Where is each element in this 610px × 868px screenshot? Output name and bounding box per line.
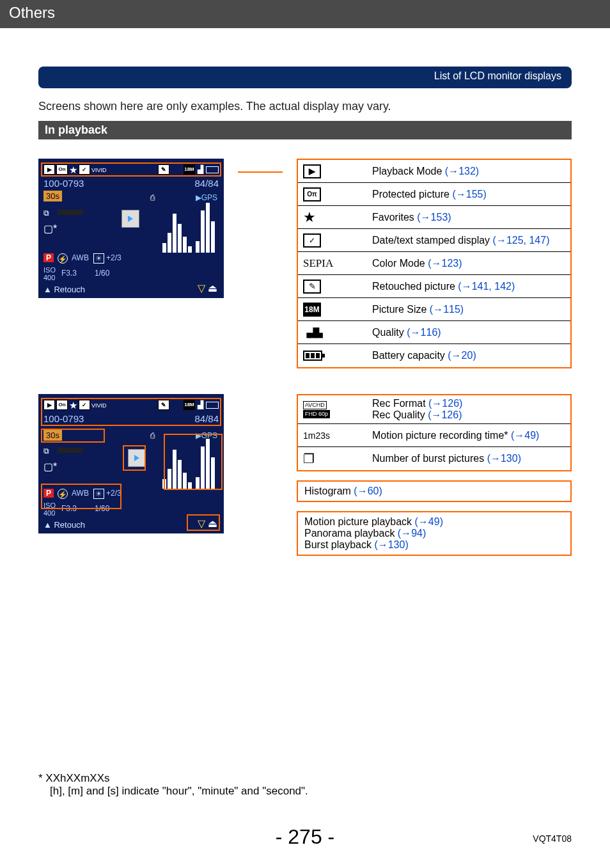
media-icon: ⧉	[43, 209, 49, 217]
star-icon: ★	[69, 164, 77, 176]
reference-table-1: ▶ Playback Mode (→132) Oπ Protected pict…	[297, 159, 572, 368]
awb-label: AWB	[72, 253, 89, 262]
sepia-label: SEPIA	[303, 257, 333, 270]
highlight-box	[164, 434, 223, 490]
row-label: Battery capacity	[372, 350, 448, 361]
top-icons-left: ▶ On ★ ✓ VIVID	[43, 164, 107, 176]
reference-table-2: AVCHD FHD 60p Rec Format (→126) Rec Qual…	[297, 394, 572, 471]
flash-icon: ⚡	[58, 253, 68, 264]
avchd-badge: AVCHD	[303, 401, 327, 409]
page-ref-link[interactable]: (→123)	[428, 258, 462, 269]
playback-area-1: ▶ On ★ ✓ VIVID ✎ 18M ▟ 100-0793 84/84 30…	[38, 159, 572, 368]
page-ref-link[interactable]: (→116)	[407, 327, 441, 338]
fhd60p-badge: FHD 60p	[303, 410, 330, 418]
row-label: Panorama playback	[304, 528, 398, 539]
picture-count: 84/84	[194, 178, 219, 189]
page-ref-link[interactable]: (→115)	[430, 304, 464, 315]
size-18m-icon: 18M	[184, 164, 195, 175]
retouch-small-icon: ✎	[158, 164, 169, 175]
page-ref-link[interactable]: (→126)	[428, 409, 462, 420]
thumbnail-play-icon	[121, 210, 139, 228]
lcd-screenshot-1: ▶ On ★ ✓ VIVID ✎ 18M ▟ 100-0793 84/84 30…	[38, 159, 224, 298]
highlight-box	[41, 398, 221, 426]
row-label: Histogram	[304, 485, 354, 496]
ev-icon: ☀	[93, 253, 104, 264]
top-icons-right: ✎ 18M ▟	[158, 164, 219, 175]
row-label: Color Mode	[372, 258, 428, 269]
row-label: Favorites	[372, 212, 417, 223]
row-label: Retouched picture	[372, 281, 458, 292]
page-ref-link[interactable]: (→49)	[511, 430, 539, 441]
row-label: Number of burst pictures	[372, 453, 487, 464]
page-ref-link[interactable]: (→126)	[428, 398, 462, 409]
protected-icon: Oπ	[303, 187, 321, 201]
playback-area-2: ▶ On ★ ✓ VIVID ✎ 18M ▟ 100-0793 84/84 30…	[38, 394, 572, 556]
table-row: 1m23s Motion picture recording time* (→4…	[298, 424, 570, 447]
page-ref-link[interactable]: (→130)	[374, 539, 408, 550]
row-label: Rec Format	[372, 398, 428, 409]
on-icon: On	[56, 164, 68, 175]
intro-text: Screens shown here are only examples. Th…	[38, 100, 572, 113]
histogram-ref-box: Histogram (→60)	[297, 480, 572, 502]
page-ref-link[interactable]: (→60)	[354, 485, 382, 496]
row-label: Protected picture	[372, 189, 452, 200]
page-ref-link[interactable]: (→94)	[398, 528, 426, 539]
page-ref-link[interactable]: (→49)	[415, 516, 443, 527]
rec-mode-p: P	[43, 253, 54, 262]
bar-indicator	[58, 210, 83, 215]
folder-number: 100-0793	[43, 178, 84, 189]
page-ref-link[interactable]: (→20)	[448, 350, 476, 361]
table-row: 18M Picture Size (→115)	[298, 298, 570, 321]
duration-badge: 30s	[43, 191, 62, 201]
table-row: Oπ Protected picture (→155)	[298, 183, 570, 206]
battery-small-icon	[206, 166, 219, 173]
battery-icon	[303, 351, 322, 361]
page-ref-link[interactable]: (→141, 142)	[458, 281, 515, 292]
topic-bar: List of LCD monitor displays	[38, 67, 572, 88]
play-mode-icon: ▶	[303, 164, 321, 178]
picture-size-icon: 18M	[303, 303, 321, 317]
row-label: Motion picture playback	[304, 516, 415, 527]
page-number: - 275 -	[0, 825, 610, 849]
page-ref-link[interactable]: (→155)	[452, 189, 486, 200]
row-label: Quality	[372, 327, 407, 338]
table-row: Battery capacity (→20)	[298, 344, 570, 367]
section-header: Others	[0, 0, 610, 28]
quality-small-icon: ▟	[198, 165, 203, 174]
ev-value: +2/3	[106, 253, 121, 262]
footnote-line-2: [h], [m] and [s] indicate "hour", "minut…	[38, 785, 308, 798]
table-row: ★ Favorites (→153)	[298, 206, 570, 229]
lcd-screenshot-2: ▶ On ★ ✓ VIVID ✎ 18M ▟ 100-0793 84/84 30…	[38, 394, 224, 533]
page-ref-link[interactable]: (→125, 147)	[493, 235, 550, 246]
bar-indicator-2	[58, 448, 83, 453]
table-row: ❐ Number of burst pictures (→130)	[298, 447, 570, 470]
footnote-line-1: * XXhXXmXXs	[38, 772, 308, 785]
table-row: SEPIA Color Mode (→123)	[298, 252, 570, 275]
row-label: Picture Size	[372, 304, 430, 315]
table-row: AVCHD FHD 60p Rec Format (→126) Rec Qual…	[298, 395, 570, 424]
page-ref-link[interactable]: (→130)	[487, 453, 521, 464]
table-row: Retouched picture (→141, 142)	[298, 275, 570, 298]
topic-bar-text: List of LCD monitor displays	[434, 70, 561, 82]
calendar-icon: ▢*	[43, 223, 57, 235]
row-label: Burst playback	[304, 539, 374, 550]
highlight-box	[123, 445, 146, 471]
row-label: Date/text stamped display	[372, 235, 493, 246]
row-label: Rec Quality	[372, 409, 428, 420]
row-label: Playback Mode	[372, 166, 445, 177]
burst-icon: ❐	[303, 451, 315, 466]
retouched-icon	[303, 280, 321, 294]
retouch-label-2: ▲ Retouch	[43, 520, 85, 530]
table-row: ▶ Playback Mode (→132)	[298, 160, 570, 183]
vivid-label: VIVID	[91, 167, 107, 173]
aperture-value: F3.3	[61, 269, 77, 278]
table-row: Date/text stamped display (→125, 147)	[298, 229, 570, 252]
highlight-box	[41, 429, 105, 443]
page-ref-link[interactable]: (→153)	[417, 212, 451, 223]
rec-time-text: 1m23s	[303, 430, 330, 441]
document-code: VQT4T08	[533, 833, 572, 844]
stamp-icon: ✓	[79, 164, 90, 175]
page-ref-link[interactable]: (→132)	[445, 166, 479, 177]
table-row: ▗▟▙ Quality (→116)	[298, 321, 570, 344]
playback-ref-box: Motion picture playback (→49) Panorama p…	[297, 511, 572, 556]
